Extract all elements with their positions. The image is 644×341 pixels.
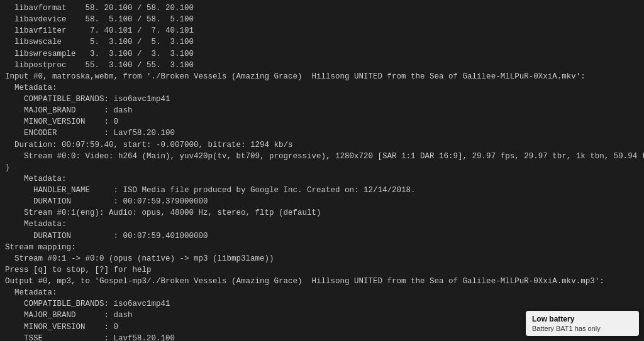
battery-title: Low battery: [532, 315, 633, 323]
terminal-line: Stream mapping:: [5, 242, 639, 253]
battery-notification: Low battery Battery BAT1 has only: [526, 311, 639, 336]
terminal-line: DURATION : 00:07:59.401000000: [5, 230, 639, 242]
terminal-line: libswresample 3. 3.100 / 3. 3.100: [5, 48, 639, 60]
terminal-line: COMPATIBLE_BRANDS: iso6avc1mp41: [5, 298, 639, 310]
terminal-line: Press [q] to stop, [?] for help: [5, 264, 639, 276]
terminal-line: COMPATIBLE_BRANDS: iso6avc1mp41: [5, 94, 639, 105]
terminal-line: Duration: 00:07:59.40, start: -0.007000,…: [5, 139, 639, 151]
terminal-line: libavdevice 58. 5.100 / 58. 5.100: [5, 14, 639, 25]
terminal-line: libavformat 58. 20.100 / 58. 20.100: [5, 3, 639, 14]
terminal-line: libswscale 5. 3.100 / 5. 3.100: [5, 36, 639, 48]
terminal-output: libavformat 58. 20.100 / 58. 20.100 liba…: [5, 3, 639, 341]
terminal-line: Metadata:: [5, 82, 639, 94]
terminal-line: libavfilter 7. 40.101 / 7. 40.101: [5, 25, 639, 36]
terminal-line: libpostproc 55. 3.100 / 55. 3.100: [5, 60, 639, 71]
terminal-line: MAJOR_BRAND : dash: [5, 105, 639, 116]
terminal-window: libavformat 58. 20.100 / 58. 20.100 liba…: [0, 0, 644, 341]
battery-body: Battery BAT1 has only: [532, 325, 633, 332]
terminal-line: HANDLER_NAME : ISO Media file produced b…: [5, 185, 639, 196]
terminal-line: Metadata:: [5, 287, 639, 298]
terminal-line: DURATION : 00:07:59.379000000: [5, 196, 639, 207]
terminal-line: Stream #0:1 -> #0:0 (opus (native) -> mp…: [5, 253, 639, 264]
terminal-line: Metadata:: [5, 219, 639, 230]
terminal-line: Input #0, matroska,webm, from './Broken …: [5, 71, 639, 82]
terminal-line: Metadata:: [5, 173, 639, 185]
terminal-line: Stream #0:0: Video: h264 (Main), yuv420p…: [5, 151, 639, 162]
terminal-line: Output #0, mp3, to 'Gospel-mp3/./Broken …: [5, 276, 639, 287]
terminal-line: MINOR_VERSION : 0: [5, 116, 639, 127]
terminal-line: Stream #0:1(eng): Audio: opus, 48000 Hz,…: [5, 207, 639, 219]
terminal-line: ENCODER : Lavf58.20.100: [5, 127, 639, 139]
terminal-line: ): [5, 162, 639, 173]
